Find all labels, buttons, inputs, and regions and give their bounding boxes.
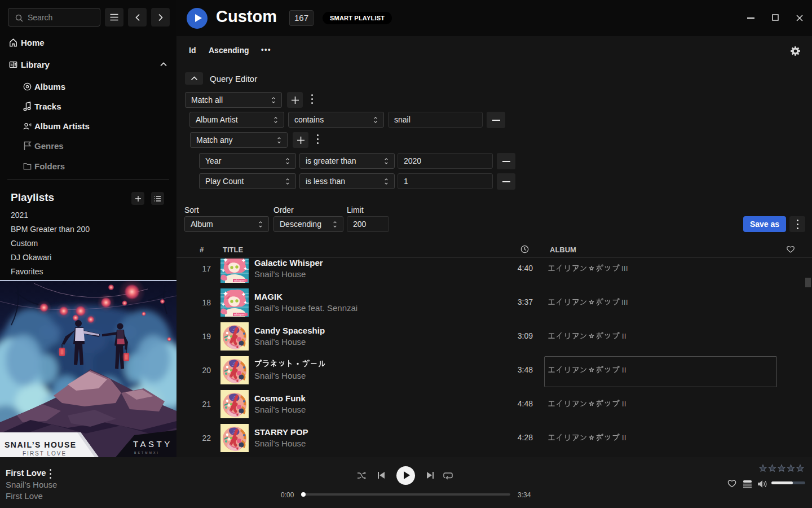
svg-text:III: III: [621, 299, 628, 306]
svg-text:SNAIL’S HOUSE: SNAIL’S HOUSE: [5, 440, 77, 449]
svg-text:II: II: [622, 400, 626, 408]
svg-text:BSTMMXI: BSTMMXI: [134, 451, 160, 454]
svg-text:III: III: [621, 265, 628, 273]
svg-text:whisper!: whisper!: [233, 313, 246, 316]
svg-text:II: II: [622, 434, 626, 442]
svg-text:II: II: [622, 332, 626, 340]
svg-text:FIRST LOVE: FIRST LOVE: [23, 450, 67, 457]
svg-text:TASTY: TASTY: [133, 439, 173, 449]
svg-text:whisper!: whisper!: [233, 279, 246, 282]
